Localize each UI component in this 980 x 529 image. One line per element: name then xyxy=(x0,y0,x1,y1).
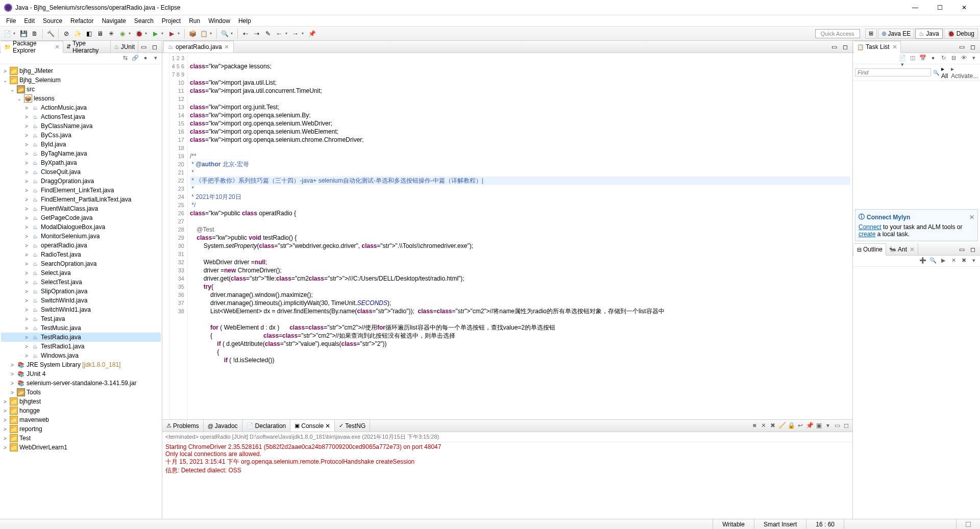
tree-item[interactable]: >♨TestMusic.java xyxy=(1,323,161,333)
menu-run[interactable]: Run xyxy=(185,16,204,26)
tree-item[interactable]: >📁WebDriverLearn1 xyxy=(1,443,161,452)
menu-edit[interactable]: Edit xyxy=(20,16,39,26)
new-type-icon[interactable]: 📋 xyxy=(199,29,209,39)
close-button[interactable]: ✕ xyxy=(952,2,976,14)
tree-item[interactable]: >♨SelectTest.java xyxy=(1,278,161,287)
back-icon[interactable]: ← xyxy=(274,29,284,39)
link-icon[interactable]: 🔗 xyxy=(131,55,139,63)
menu-icon[interactable]: ▾ xyxy=(970,55,978,63)
perspective-javaee[interactable]: ⊕Java EE xyxy=(878,29,915,39)
ext-tools-icon[interactable]: ▶ xyxy=(166,29,177,39)
focus-icon[interactable]: ● xyxy=(929,55,937,63)
close-icon[interactable]: ✕ xyxy=(910,246,915,253)
tree-item[interactable]: >♨SwitchWinId1.java xyxy=(1,305,161,314)
status-box-icon[interactable] xyxy=(966,522,971,527)
quick-access[interactable]: Quick Access xyxy=(815,29,860,38)
tree-item[interactable]: >♨operatRadio.java xyxy=(1,241,161,250)
tree-item[interactable]: >♨ActionMusic.java xyxy=(1,103,161,112)
menu-project[interactable]: Project xyxy=(158,16,185,26)
menu-source[interactable]: Source xyxy=(39,16,66,26)
terminate-icon[interactable]: ■ xyxy=(750,422,758,430)
pin-icon[interactable]: 📌 xyxy=(805,422,814,430)
new-wiz-icon[interactable]: ✳ xyxy=(106,29,116,39)
open-console-icon[interactable]: ▾ xyxy=(824,422,832,430)
next-ann-icon[interactable]: ⇢ xyxy=(252,29,262,39)
max-icon[interactable]: ◻ xyxy=(968,42,978,52)
tree-item[interactable]: >📚JUnit 4 xyxy=(1,369,161,379)
new-server-icon[interactable]: 🖥 xyxy=(95,29,105,39)
wand-icon[interactable]: ✨ xyxy=(72,29,83,39)
tree-item[interactable]: >📁bjhg_JMeter xyxy=(1,66,161,75)
sync-icon[interactable]: ↻ xyxy=(939,55,947,63)
activate-link[interactable]: ▸ Activate... xyxy=(951,65,978,80)
remove-all-icon[interactable]: ✖ xyxy=(960,257,968,265)
pin-icon[interactable]: 📌 xyxy=(307,29,317,39)
min-icon[interactable]: ▭ xyxy=(957,42,967,52)
perspective-java[interactable]: ♨Java xyxy=(915,29,942,39)
menu-icon[interactable]: ▾ xyxy=(970,257,978,265)
tree-item[interactable]: >♨DraggOpration.java xyxy=(1,177,161,186)
tree-item[interactable]: >♨ByClassName.java xyxy=(1,121,161,131)
menu-window[interactable]: Window xyxy=(204,16,234,26)
tree-item[interactable]: >♨ById.java xyxy=(1,140,161,149)
tab-declaration[interactable]: 📄 Declaration xyxy=(242,420,291,432)
tree-item[interactable]: >♨SwitchWinId.java xyxy=(1,296,161,305)
build-icon[interactable]: 🔨 xyxy=(45,29,56,39)
menu-help[interactable]: Help xyxy=(234,16,255,26)
tree-item[interactable]: >📁bjhgtest xyxy=(1,397,161,406)
collapse-icon[interactable]: ⇆ xyxy=(121,55,129,63)
last-edit-icon[interactable]: ✎ xyxy=(263,29,273,39)
min-icon[interactable]: ▭ xyxy=(957,244,967,255)
tab-console[interactable]: ▣ Console ✕ xyxy=(290,420,335,432)
prev-ann-icon[interactable]: ⇠ xyxy=(240,29,251,39)
tab-type-hierarchy[interactable]: ⇵ Type Hierarchy xyxy=(63,41,111,53)
tree-item[interactable]: >♨MonitorSelenium.java xyxy=(1,232,161,241)
close-icon[interactable]: ✕ xyxy=(892,43,897,51)
scroll-lock-icon[interactable]: 🔒 xyxy=(787,422,795,430)
menu-search[interactable]: Search xyxy=(130,16,158,26)
tree-item[interactable]: ⌄📂src xyxy=(1,85,161,94)
minimize-view-icon[interactable]: ▭ xyxy=(138,42,149,52)
tree-item[interactable]: >♨FindElement_PartialLinkText.java xyxy=(1,195,161,204)
editor-tab-operatradio[interactable]: ♨operatRadio.java✕ xyxy=(163,41,234,53)
run-icon[interactable]: ▶ xyxy=(939,257,947,265)
tree-item[interactable]: >♨SlipOpration.java xyxy=(1,287,161,296)
maximize-editor-icon[interactable]: ◻ xyxy=(840,42,850,52)
console-output[interactable]: Starting ChromeDriver 2.35.528161 (5b82f… xyxy=(162,442,852,519)
new-icon[interactable]: 📄 xyxy=(2,29,12,39)
package-tree[interactable]: >📁bjhg_JMeter⌄📁Bjhg_Selenium⌄📂src⌄📦lesso… xyxy=(0,64,162,519)
create-link[interactable]: create xyxy=(859,231,875,238)
coverage-icon[interactable]: ◉ xyxy=(117,29,128,39)
tree-item[interactable]: >♨SearchOpration.java xyxy=(1,259,161,268)
minimize-button[interactable]: — xyxy=(903,2,927,14)
hide-icon[interactable]: 👁 xyxy=(960,55,968,63)
tab-testng[interactable]: ✓ TestNG xyxy=(335,420,370,432)
tab-problems[interactable]: ⚠ Problems xyxy=(162,420,204,432)
focus-icon[interactable]: ● xyxy=(141,55,150,63)
remove-all-icon[interactable]: ✖ xyxy=(769,422,777,430)
tree-item[interactable]: >♨ModalDialogueBox.java xyxy=(1,222,161,232)
find-input[interactable] xyxy=(855,68,931,77)
run-icon[interactable]: ▶ xyxy=(150,29,160,39)
fwd-icon[interactable]: → xyxy=(290,29,301,39)
collapse-icon[interactable]: ⊟ xyxy=(949,55,958,63)
tree-item[interactable]: >♨CloseQuit.java xyxy=(1,167,161,177)
tree-item[interactable]: >📚JRE System Library [jdk1.8.0_181] xyxy=(1,360,161,369)
wrap-icon[interactable]: ↩ xyxy=(796,422,804,430)
connect-link[interactable]: Connect xyxy=(859,223,881,231)
tab-junit[interactable]: ♨ JUnit xyxy=(111,41,138,53)
tree-item[interactable]: >📚selenium-server-standalone-3.141.59.ja… xyxy=(1,379,161,388)
tree-item[interactable]: >♨TestRadio1.java xyxy=(1,342,161,351)
tree-item[interactable]: >📂Tools xyxy=(1,388,161,397)
maximize-view-icon[interactable]: ◻ xyxy=(150,42,160,52)
tree-item[interactable]: >♨FindElement_LinkText.java xyxy=(1,186,161,195)
tree-item[interactable]: >♨ActionsTest.java xyxy=(1,112,161,121)
tree-item[interactable]: >♨Select.java xyxy=(1,268,161,278)
skip-bp-icon[interactable]: ⊘ xyxy=(61,29,71,39)
open-perspective-button[interactable]: ⊞ xyxy=(865,29,877,39)
new-task-icon[interactable]: 📄▾ xyxy=(898,55,906,63)
max-icon[interactable]: ◻ xyxy=(842,422,850,430)
max-icon[interactable]: ◻ xyxy=(968,244,978,255)
cat-icon[interactable]: ◫ xyxy=(909,55,917,63)
menu-file[interactable]: File xyxy=(2,16,20,26)
